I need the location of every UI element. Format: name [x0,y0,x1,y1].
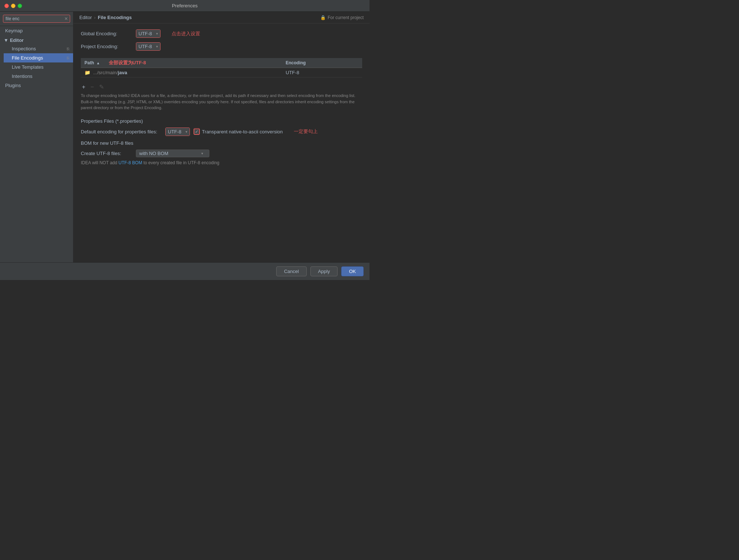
encoding-value: UTF-8 [282,68,362,78]
cancel-button[interactable]: Cancel [276,266,306,276]
dropdown-arrow-icon-4: ▾ [201,151,203,155]
path-dim: .../src/main/ [93,70,118,75]
check-annotation: 一定要勾上 [294,128,318,135]
sidebar-item-plugins[interactable]: Plugins [0,81,73,90]
breadcrumb-parent: Editor [79,15,92,20]
bom-create-row: Create UTF-8 files: with NO BOM ▾ [81,150,362,157]
global-encoding-label: Global Encoding: [81,31,132,36]
global-encoding-dropdown[interactable]: UTF-8 ▾ [136,30,160,37]
sidebar-item-live-templates[interactable]: Live Templates [4,62,73,72]
add-path-button[interactable]: + [81,84,86,90]
close-button[interactable] [4,4,9,8]
folder-icon: 📁 [84,70,90,75]
apply-button[interactable]: Apply [310,266,338,276]
project-encoding-label: Project Encoding: [81,44,132,49]
search-clear-icon[interactable]: ✕ [64,16,68,21]
sidebar-item-inspections[interactable]: Inspections ⎘ [4,44,73,53]
bom-create-dropdown[interactable]: with NO BOM ▾ [136,150,209,157]
copy-icon-file-encodings: ⎘ [67,56,69,60]
dropdown-arrow-icon-2: ▾ [156,44,158,49]
help-text: To change encoding IntelliJ IDEA uses fo… [81,93,362,111]
col-encoding-header[interactable]: Encoding [282,58,362,68]
project-encoding-dropdown[interactable]: UTF-8 ▾ [136,43,160,50]
col-path-header[interactable]: Path ▲ 全部设置为UTF-8 [81,58,282,68]
sidebar-item-file-encodings[interactable]: File Encodings ⎘ [4,53,73,62]
traffic-lights [4,4,22,8]
editor-arrow-icon: ▼ [4,37,8,43]
table-row[interactable]: 📁 .../src/main/java UTF-8 [81,68,362,78]
sidebar-sub-items: Inspections ⎘ File Encodings ⎘ Live Temp… [0,44,73,81]
dropdown-arrow-icon-3: ▾ [185,130,187,134]
path-bold: java [118,70,127,75]
properties-section-title: Properties Files (*.properties) [81,118,362,124]
bom-create-label: Create UTF-8 files: [81,151,132,156]
settings-content: Global Encoding: UTF-8 ▾ 点击进入设置 Project … [73,24,370,262]
transparent-checkbox-outer: ✓ [194,128,200,135]
project-encoding-dropdown-wrap: UTF-8 ▾ [136,42,161,51]
transparent-checkbox[interactable]: ✓ [194,129,199,134]
titlebar: Preferences [0,0,370,12]
default-encoding-row: Default encoding for properties files: U… [81,128,362,136]
table-toolbar: + − ✎ [81,83,362,90]
dialog-body: ✕ Keymap ▼Editor Inspections ⎘ File Enco… [0,12,370,262]
maximize-button[interactable] [18,4,22,8]
remove-path-button[interactable]: − [89,84,95,90]
utf8-annotation: 全部设置为UTF-8 [109,60,146,65]
ok-button[interactable]: OK [341,266,364,276]
search-box-wrap: ✕ [0,12,73,26]
bom-section: BOM for new UTF-8 files Create UTF-8 fil… [81,140,362,165]
bom-note: IDEA will NOT add UTF-8 BOM to every cre… [81,160,362,165]
check-icon: ✓ [195,129,198,134]
global-encoding-dropdown-wrap: UTF-8 ▾ [136,29,161,38]
search-input[interactable] [3,15,70,23]
encoding-table: Path ▲ 全部设置为UTF-8 Encoding � [81,58,362,78]
sort-arrow-icon: ▲ [96,61,100,65]
sidebar-item-editor[interactable]: ▼Editor [0,35,73,44]
dropdown-arrow-icon: ▾ [156,32,158,36]
properties-section: Properties Files (*.properties) Default … [81,118,362,136]
bom-section-title: BOM for new UTF-8 files [81,140,362,146]
props-encoding-dropdown-wrap: UTF-8 ▾ [165,128,190,136]
sidebar: ✕ Keymap ▼Editor Inspections ⎘ File Enco… [0,12,73,262]
edit-path-button[interactable]: ✎ [98,83,105,90]
breadcrumb-current: File Encodings [98,15,131,20]
breadcrumb: Editor › File Encodings 🔒 For current pr… [73,12,370,24]
project-scope-icon: 🔒 [320,15,326,20]
global-encoding-row: Global Encoding: UTF-8 ▾ 点击进入设置 [81,29,362,38]
breadcrumb-for-project: 🔒 For current project [320,15,364,20]
sidebar-item-intentions[interactable]: Intentions [4,72,73,81]
encoding-table-section: Path ▲ 全部设置为UTF-8 Encoding � [81,55,362,117]
props-encoding-dropdown[interactable]: UTF-8 ▾ [166,128,190,136]
content-area: Editor › File Encodings 🔒 For current pr… [73,12,370,262]
transparent-label: Transparent native-to-ascii conversion [202,129,283,134]
dialog-footer: Cancel Apply OK [0,262,370,280]
default-encoding-label: Default encoding for properties files: [81,129,162,134]
breadcrumb-separator: › [94,15,95,20]
project-encoding-row: Project Encoding: UTF-8 ▾ [81,42,362,51]
minimize-button[interactable] [11,4,15,8]
sidebar-item-keymap[interactable]: Keymap [0,26,73,35]
bom-link[interactable]: UTF-8 BOM [118,160,142,165]
transparent-checkbox-wrap: ✓ Transparent native-to-ascii conversion [194,128,283,135]
copy-icon-inspections: ⎘ [67,47,69,51]
click-annotation: 点击进入设置 [172,30,200,37]
dialog-title: Preferences [172,3,198,8]
